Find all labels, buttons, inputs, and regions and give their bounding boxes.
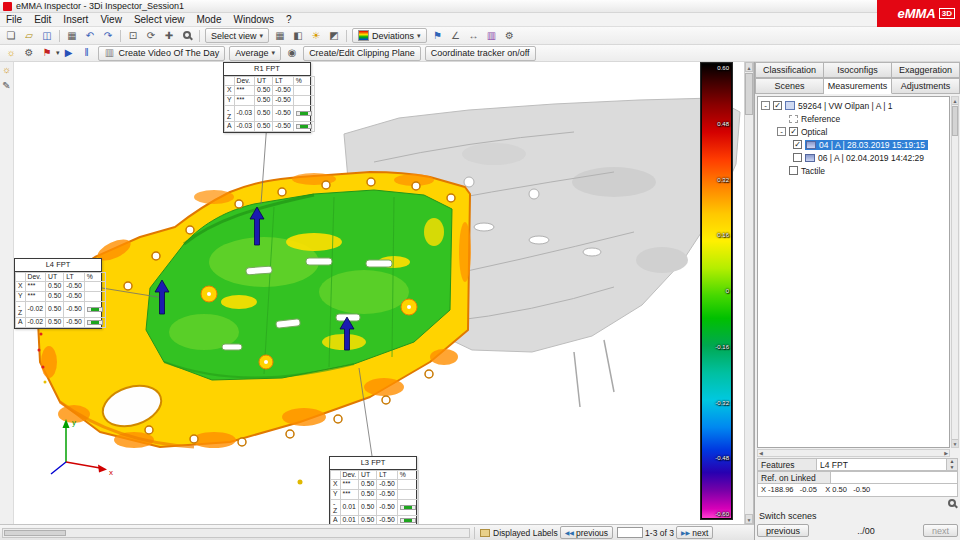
- menu-mode[interactable]: Mode: [190, 14, 227, 25]
- scroll-up-icon[interactable]: ▲: [952, 97, 958, 105]
- redo-icon[interactable]: ↷: [100, 29, 116, 43]
- menu-help[interactable]: ?: [280, 14, 298, 25]
- pan-view-icon[interactable]: ✚: [161, 29, 177, 43]
- angle-measure-icon[interactable]: ∠: [448, 29, 464, 43]
- menu-view[interactable]: View: [94, 14, 128, 25]
- next-labels-button[interactable]: ▶▶ next: [676, 526, 713, 539]
- feature-spinner[interactable]: ▲ ▼: [947, 458, 958, 471]
- tree-item-scan-06[interactable]: 06 | A | 02.04.2019 14:42:29: [759, 151, 949, 164]
- next-scene-button[interactable]: next: [923, 524, 958, 537]
- pen-icon[interactable]: ✎: [2, 80, 10, 92]
- save-icon[interactable]: ◫: [39, 29, 55, 43]
- camera-icon[interactable]: ◉: [284, 46, 300, 60]
- gear-icon[interactable]: ⚙: [21, 46, 37, 60]
- pct-cell: [397, 480, 418, 490]
- tab-isoconfigs[interactable]: Isoconfigs: [824, 62, 892, 78]
- shaded-view-icon[interactable]: ◧: [290, 29, 306, 43]
- new-document-icon[interactable]: ❏: [3, 29, 19, 43]
- tab-measurements[interactable]: Measurements: [824, 78, 892, 94]
- scrollbar-thumb[interactable]: [952, 106, 958, 136]
- label-flag-icon[interactable]: ⚑: [430, 29, 446, 43]
- scale-tick: 0.32: [717, 177, 729, 183]
- deviation-value: ***: [25, 282, 46, 292]
- scroll-up-icon[interactable]: ▲: [745, 62, 753, 72]
- switch-scenes-label: Switch scenes: [757, 510, 958, 522]
- previous-scene-button[interactable]: previous: [757, 524, 809, 537]
- tab-scenes[interactable]: Scenes: [755, 78, 824, 94]
- tree-vertical-scrollbar[interactable]: ▲ ▼: [951, 96, 959, 448]
- measurement-label-l3fpt[interactable]: L3 FPT Dev. UT LT % X *** 0.50 -0.50 Y *…: [329, 456, 417, 524]
- print-icon[interactable]: ▦: [64, 29, 80, 43]
- average-dropdown[interactable]: Average ▾: [229, 46, 281, 61]
- distance-measure-icon[interactable]: ↔: [466, 29, 482, 43]
- scrollbar-thumb[interactable]: [4, 530, 66, 536]
- statusbar-separator: [474, 527, 475, 539]
- play-icon[interactable]: ▶: [61, 46, 77, 60]
- tolerance-bar: [400, 505, 416, 510]
- expander-icon[interactable]: -: [777, 127, 786, 136]
- label-page-input[interactable]: [617, 527, 643, 538]
- report-icon[interactable]: ▥: [484, 29, 500, 43]
- clipping-plane-button[interactable]: Create/Edit Clipping Plane: [303, 46, 421, 61]
- light-icon[interactable]: ☀: [308, 29, 324, 43]
- deviation-value: ***: [340, 480, 358, 490]
- tree-item-root[interactable]: - ✓ 59264 | VW Oilpan | A | 1: [759, 99, 949, 112]
- viewport-horizontal-scrollbar[interactable]: [2, 528, 470, 538]
- ut-value: 0.50: [255, 105, 273, 122]
- light-bulb-icon[interactable]: ☼: [3, 46, 19, 60]
- axis-name: -Z: [16, 301, 26, 318]
- measurement-label-r1fpt[interactable]: R1 FPT Dev. UT LT % X *** 0.50 -0.50 Y *…: [223, 62, 311, 133]
- pause-icon[interactable]: ‖: [79, 46, 95, 60]
- checkbox[interactable]: ✓: [789, 127, 798, 136]
- rotate-view-icon[interactable]: ⟳: [143, 29, 159, 43]
- menu-windows[interactable]: Windows: [227, 14, 280, 25]
- open-folder-icon[interactable]: ▱: [21, 29, 37, 43]
- search-icon[interactable]: [948, 499, 956, 507]
- tree-item-reference[interactable]: Reference: [759, 112, 949, 125]
- menu-file[interactable]: File: [0, 14, 28, 25]
- tree-item-scan-04[interactable]: ✓ 04 | A | 28.03.2019 15:19:15: [759, 138, 949, 151]
- expander-icon[interactable]: -: [761, 101, 770, 110]
- scroll-left-icon[interactable]: ◀: [759, 450, 763, 456]
- wireframe-icon[interactable]: ▦: [272, 29, 288, 43]
- deviations-dropdown[interactable]: Deviations ▾: [352, 28, 427, 43]
- viewport-3d[interactable]: y x R1 FPT Dev. UT LT % X *** 0.50 -0.50: [14, 62, 744, 524]
- zoom-icon[interactable]: [179, 29, 195, 43]
- previous-labels-button[interactable]: ◀◀ previous: [560, 526, 613, 539]
- select-view-dropdown[interactable]: Select view ▾: [205, 28, 269, 43]
- checkbox[interactable]: [789, 166, 798, 175]
- checkbox[interactable]: [793, 153, 802, 162]
- tree-item-optical[interactable]: - ✓ Optical: [759, 125, 949, 138]
- menu-select-view[interactable]: Select view: [128, 14, 191, 25]
- checkbox[interactable]: ✓: [773, 101, 782, 110]
- scroll-right-icon[interactable]: ▶: [944, 450, 948, 456]
- tab-adjustments[interactable]: Adjustments: [892, 78, 960, 94]
- label-title: L3 FPT: [330, 457, 416, 470]
- section-view-icon[interactable]: ◩: [326, 29, 342, 43]
- scrollbar-thumb[interactable]: [745, 73, 753, 115]
- create-video-button[interactable]: ▥ Create Video Of The Day: [98, 46, 226, 61]
- tree-item-label: Optical: [801, 127, 827, 137]
- scroll-down-icon[interactable]: ▼: [745, 514, 753, 524]
- deviation-value: ***: [234, 86, 255, 96]
- selected-tree-item[interactable]: 04 | A | 28.03.2019 15:19:15: [805, 140, 928, 150]
- light-bulb-icon[interactable]: ☼: [2, 64, 11, 76]
- menu-edit[interactable]: Edit: [28, 14, 57, 25]
- tab-exaggeration[interactable]: Exaggeration: [892, 62, 960, 78]
- undo-icon[interactable]: ↶: [82, 29, 98, 43]
- zoom-fit-icon[interactable]: ⊡: [125, 29, 141, 43]
- spinner-down-icon[interactable]: ▼: [947, 465, 957, 471]
- tree-item-tactile[interactable]: Tactile: [759, 164, 949, 177]
- flag-icon[interactable]: ⚑: [39, 46, 55, 60]
- viewport-vertical-scrollbar[interactable]: ▲ ▼: [744, 62, 754, 524]
- measurement-label-l4fpt[interactable]: L4 FPT Dev. UT LT % X *** 0.50 -0.50 Y *…: [14, 258, 102, 329]
- settings-icon[interactable]: ⚙: [502, 29, 518, 43]
- tab-classification[interactable]: Classification: [755, 62, 824, 78]
- chevron-down-icon[interactable]: ▾: [56, 49, 60, 57]
- scroll-down-icon[interactable]: ▼: [952, 439, 958, 447]
- coordinate-tracker-button[interactable]: Coordinate tracker on/off: [425, 46, 536, 61]
- menu-insert[interactable]: Insert: [57, 14, 94, 25]
- tree-horizontal-scrollbar[interactable]: ◀ ▶: [757, 449, 950, 457]
- checkbox[interactable]: ✓: [793, 140, 802, 149]
- viewport-3d-canvas[interactable]: y x: [14, 62, 744, 524]
